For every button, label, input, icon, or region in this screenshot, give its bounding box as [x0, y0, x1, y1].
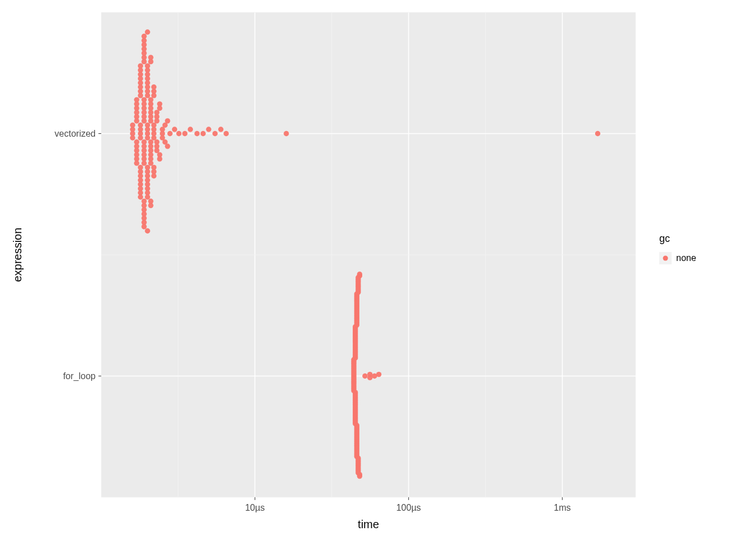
data-point [148, 203, 153, 208]
data-point [148, 97, 153, 102]
data-point [145, 29, 150, 34]
data-point [182, 131, 187, 136]
data-point [357, 474, 362, 479]
data-point [200, 131, 205, 136]
data-point [138, 123, 143, 128]
data-point [134, 160, 139, 165]
x-tick-label: 10µs [245, 503, 265, 512]
data-point [134, 97, 139, 102]
data-point [284, 131, 289, 136]
data-point [195, 131, 200, 136]
x-axis-title: time [358, 518, 379, 530]
data-point [145, 63, 150, 68]
y-tick-label: vectorized [55, 129, 96, 138]
data-point [130, 123, 135, 128]
data-point [145, 195, 150, 200]
data-point [130, 135, 135, 140]
data-point [223, 131, 228, 136]
x-tick-label: 1ms [554, 503, 571, 512]
data-point [141, 34, 146, 39]
data-point [151, 84, 156, 89]
data-point [148, 160, 153, 165]
data-point [206, 127, 211, 132]
data-point [376, 372, 381, 377]
data-point [165, 143, 170, 148]
legend-key-point [663, 256, 668, 261]
data-point [138, 63, 143, 68]
data-point [145, 228, 150, 233]
data-point [167, 131, 172, 136]
data-point [138, 135, 143, 140]
data-point [172, 127, 177, 132]
data-point [145, 123, 150, 128]
data-point [141, 224, 146, 229]
data-point [176, 131, 181, 136]
benchmark-beeswarm-plot: 10µs100µs1msfor_loopvectorizedtimeexpres… [0, 0, 756, 540]
legend: gcnone [659, 233, 696, 264]
data-point [165, 118, 170, 123]
data-point [188, 127, 193, 132]
data-point [157, 156, 162, 161]
x-tick-label: 100µs [396, 503, 421, 512]
data-point [367, 375, 372, 380]
data-point [141, 97, 146, 102]
data-point [145, 135, 150, 140]
data-point [218, 127, 223, 132]
y-tick-label: for_loop [63, 371, 96, 381]
y-axis-title: expression [11, 228, 24, 282]
data-point [157, 101, 162, 106]
data-point [595, 131, 600, 136]
legend-key-label: none [676, 253, 696, 263]
data-point [151, 173, 156, 178]
data-point [213, 131, 218, 136]
legend-title: gc [659, 233, 670, 244]
data-point [362, 374, 367, 379]
data-point [141, 160, 146, 165]
plot-svg: 10µs100µs1msfor_loopvectorizedtimeexpres… [0, 0, 756, 540]
data-point [138, 195, 143, 200]
data-point [148, 55, 153, 60]
data-point [357, 272, 362, 277]
